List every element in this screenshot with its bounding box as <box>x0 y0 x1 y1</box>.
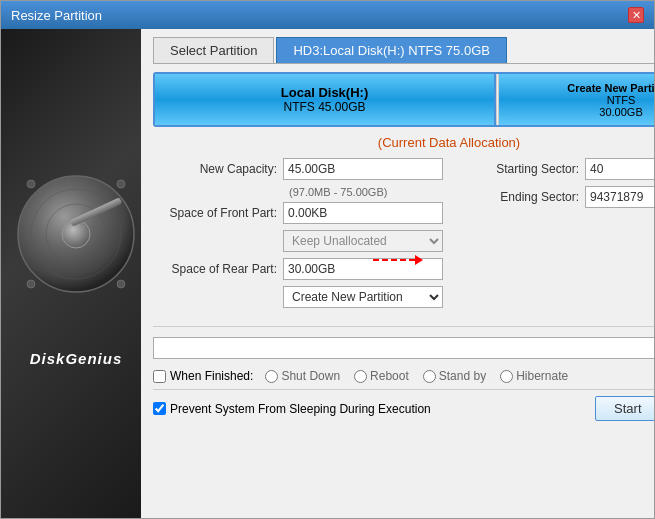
form-right: Starting Sector: Ending Sector: <box>455 158 654 314</box>
new-capacity-label: New Capacity: <box>153 162 283 176</box>
ending-sector-row: Ending Sector: <box>455 186 654 208</box>
partition-visual: Local Disk(H:) NTFS 45.00GB Create New P… <box>153 72 654 127</box>
prevent-sleep-label[interactable]: Prevent System From Sleeping During Exec… <box>153 402 431 416</box>
ending-sector-label: Ending Sector: <box>455 190 585 204</box>
when-finished-row: When Finished: Shut Down Reboot Stand by <box>153 369 654 383</box>
right-panel: Select Partition HD3:Local Disk(H:) NTFS… <box>141 29 654 518</box>
progress-bar <box>153 337 654 359</box>
front-space-label: Space of Front Part: <box>153 206 283 220</box>
radio-standby-input[interactable] <box>423 370 436 383</box>
start-button[interactable]: Start <box>595 396 654 421</box>
prevent-sleep-text: Prevent System From Sleeping During Exec… <box>170 402 431 416</box>
partition-right-fs: NTFS <box>607 94 636 106</box>
disk-svg: DiskGenius <box>11 124 141 444</box>
when-finished-checkbox[interactable] <box>153 370 166 383</box>
radio-shutdown-label: Shut Down <box>281 369 340 383</box>
front-space-row: Space of Front Part: <box>153 202 443 224</box>
radio-reboot[interactable]: Reboot <box>354 369 409 383</box>
rear-space-select[interactable]: Create New Partition <box>283 286 443 308</box>
radio-standby[interactable]: Stand by <box>423 369 486 383</box>
current-alloc-label: (Current Data Allocation) <box>153 135 654 150</box>
disk-image: DiskGenius <box>1 29 141 518</box>
radio-standby-label: Stand by <box>439 369 486 383</box>
radio-reboot-label: Reboot <box>370 369 409 383</box>
partition-right-label: Create New Partition <box>567 82 654 94</box>
starting-sector-label: Starting Sector: <box>455 162 585 176</box>
radio-hibernate-input[interactable] <box>500 370 513 383</box>
front-select-row: Keep Unallocated <box>153 230 443 252</box>
partition-left: Local Disk(H:) NTFS 45.00GB <box>155 74 496 125</box>
radio-reboot-input[interactable] <box>354 370 367 383</box>
tab-select-partition[interactable]: Select Partition <box>153 37 274 63</box>
rear-space-label: Space of Rear Part: <box>153 262 283 276</box>
bottom-section: Prevent System From Sleeping During Exec… <box>153 389 654 421</box>
ending-sector-input[interactable] <box>585 186 654 208</box>
form-left: New Capacity: (97.0MB - 75.00GB) Space o… <box>153 158 443 314</box>
when-finished-checkbox-label[interactable]: When Finished: <box>153 369 253 383</box>
new-capacity-input[interactable] <box>283 158 443 180</box>
tab-bar: Select Partition HD3:Local Disk(H:) NTFS… <box>153 37 654 64</box>
svg-point-8 <box>117 280 125 288</box>
radio-shutdown[interactable]: Shut Down <box>265 369 340 383</box>
content-area: DiskGenius Select Partition HD3:Local Di… <box>1 29 654 518</box>
close-button[interactable]: ✕ <box>628 7 644 23</box>
prevent-sleep-checkbox[interactable] <box>153 402 166 415</box>
partition-right: Create New Partition NTFS 30.00GB <box>499 74 654 125</box>
form-divider <box>153 326 654 327</box>
partition-right-size: 30.00GB <box>599 106 642 118</box>
window-title: Resize Partition <box>11 8 102 23</box>
radio-hibernate-label: Hibernate <box>516 369 568 383</box>
svg-point-7 <box>27 280 35 288</box>
svg-point-5 <box>27 180 35 188</box>
disk-visual: DiskGenius <box>11 124 131 424</box>
svg-point-6 <box>117 180 125 188</box>
partition-left-label: Local Disk(H:) <box>281 85 368 100</box>
main-window: Resize Partition ✕ <box>0 0 655 519</box>
front-space-select[interactable]: Keep Unallocated <box>283 230 443 252</box>
form-section: New Capacity: (97.0MB - 75.00GB) Space o… <box>153 158 654 314</box>
tab-disk-info[interactable]: HD3:Local Disk(H:) NTFS 75.0GB <box>276 37 507 63</box>
new-capacity-row: New Capacity: <box>153 158 443 180</box>
action-buttons: Start Cancel <box>595 396 654 421</box>
starting-sector-row: Starting Sector: <box>455 158 654 180</box>
radio-shutdown-input[interactable] <box>265 370 278 383</box>
when-finished-label: When Finished: <box>170 369 253 383</box>
radio-group: Shut Down Reboot Stand by Hibernate <box>265 369 568 383</box>
svg-text:DiskGenius: DiskGenius <box>30 350 123 367</box>
radio-hibernate[interactable]: Hibernate <box>500 369 568 383</box>
starting-sector-input[interactable] <box>585 158 654 180</box>
partition-left-fs-size: NTFS 45.00GB <box>284 100 366 114</box>
rear-select-row: Create New Partition <box>153 286 443 308</box>
new-capacity-hint: (97.0MB - 75.00GB) <box>153 186 443 198</box>
front-space-input[interactable] <box>283 202 443 224</box>
title-bar: Resize Partition ✕ <box>1 1 654 29</box>
left-panel: DiskGenius <box>1 29 141 518</box>
